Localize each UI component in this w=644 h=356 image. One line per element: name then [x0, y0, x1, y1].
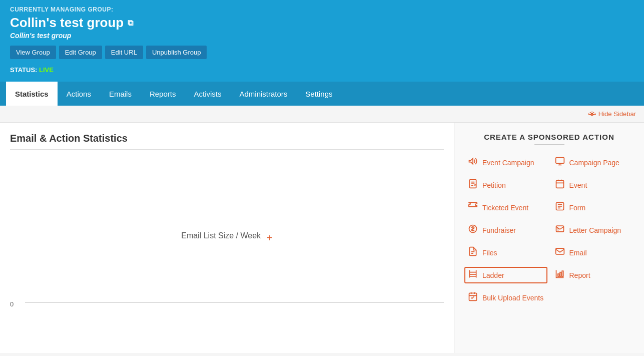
chart-baseline — [25, 302, 444, 303]
status-label: STATUS: — [10, 66, 37, 74]
group-title-text: Collin's test group — [10, 15, 124, 31]
action-event-campaign[interactable]: Event Campaign — [464, 154, 547, 171]
tab-actions[interactable]: Actions — [58, 82, 100, 106]
svg-rect-0 — [555, 158, 564, 164]
header-buttons: View Group Edit Group Edit URL Unpublish… — [10, 46, 634, 59]
sidebar-divider — [534, 144, 564, 145]
megaphone-icon — [467, 156, 478, 169]
content-panel: Email & Action Statistics Email List Siz… — [0, 123, 454, 353]
action-campaign-page[interactable]: Campaign Page — [551, 154, 634, 171]
petition-icon — [467, 179, 478, 191]
status-value: LIVE — [39, 66, 54, 74]
action-campaign-page-label: Campaign Page — [569, 159, 619, 167]
bulk-calendar-icon — [467, 291, 478, 304]
action-ticketed-event[interactable]: Ticketed Event — [464, 199, 547, 216]
tab-statistics[interactable]: Statistics — [6, 82, 58, 106]
chart-label: Email List Size / Week — [181, 231, 261, 240]
action-form[interactable]: Form — [551, 199, 634, 216]
action-bulk-upload-events[interactable]: Bulk Upload Events — [464, 289, 634, 306]
status-line: STATUS: LIVE — [10, 66, 634, 74]
dollar-icon — [467, 224, 478, 236]
view-group-button[interactable]: View Group — [10, 46, 56, 59]
chart-add-button[interactable]: + — [267, 232, 273, 244]
action-report[interactable]: Report — [551, 267, 634, 283]
managing-label: CURRENTLY MANAGING GROUP: — [10, 6, 634, 13]
action-ladder-label: Ladder — [482, 271, 504, 279]
ticket-icon — [467, 201, 478, 214]
chart-zero: 0 — [10, 300, 14, 308]
bar-chart-icon — [554, 269, 565, 281]
action-letter-campaign[interactable]: Letter Campaign — [551, 222, 634, 238]
action-ticketed-event-label: Ticketed Event — [482, 204, 528, 212]
stats-title: Email & Action Statistics — [10, 133, 444, 150]
action-petition-label: Petition — [482, 181, 506, 189]
form-icon — [554, 201, 565, 214]
action-files[interactable]: Files — [464, 244, 547, 261]
svg-rect-8 — [560, 272, 561, 276]
action-event[interactable]: Event — [551, 177, 634, 193]
group-subtitle: Collin's test group — [10, 32, 634, 40]
action-ladder[interactable]: Ladder — [464, 267, 547, 283]
tab-reports[interactable]: Reports — [141, 82, 185, 106]
action-files-label: Files — [482, 249, 497, 257]
tab-emails[interactable]: Emails — [100, 82, 141, 106]
tab-activists[interactable]: Activists — [185, 82, 230, 106]
action-event-label: Event — [569, 181, 587, 189]
chart-area: Email List Size / Week + 0 — [10, 158, 444, 318]
svg-rect-10 — [469, 293, 477, 300]
external-link-icon[interactable]: ⧉ — [128, 19, 133, 28]
email-icon — [554, 246, 565, 259]
tab-settings[interactable]: Settings — [296, 82, 341, 106]
action-petition[interactable]: Petition — [464, 177, 547, 193]
monitor-icon — [554, 156, 565, 169]
calendar-icon — [554, 179, 565, 191]
svg-rect-7 — [557, 274, 559, 276]
action-form-label: Form — [569, 204, 586, 212]
edit-url-button[interactable]: Edit URL — [105, 46, 143, 59]
header: CURRENTLY MANAGING GROUP: Collin's test … — [0, 0, 644, 82]
action-letter-campaign-label: Letter Campaign — [569, 226, 621, 234]
action-fundraiser-label: Fundraiser — [482, 226, 516, 234]
action-event-campaign-label: Event Campaign — [482, 159, 534, 167]
files-icon — [467, 246, 478, 259]
hide-sidebar-bar: 👁 Hide Sidebar — [0, 106, 644, 123]
sidebar: CREATE A SPONSORED ACTION Event Campaign… — [454, 123, 644, 353]
action-email-label: Email — [569, 249, 587, 257]
action-bulk-upload-events-label: Bulk Upload Events — [482, 294, 543, 302]
sidebar-title: CREATE A SPONSORED ACTION — [464, 133, 634, 141]
ladder-icon — [467, 269, 478, 281]
main-area: Email & Action Statistics Email List Siz… — [0, 123, 644, 353]
svg-rect-2 — [556, 180, 563, 188]
hide-sidebar-link[interactable]: 👁 Hide Sidebar — [588, 110, 636, 118]
action-report-label: Report — [569, 271, 590, 279]
svg-rect-6 — [555, 248, 564, 254]
nav-bar: Statistics Actions Emails Reports Activi… — [0, 82, 644, 106]
svg-rect-9 — [562, 271, 563, 276]
hide-sidebar-icon: 👁 — [588, 110, 596, 118]
unpublish-group-button[interactable]: Unpublish Group — [146, 46, 207, 59]
group-title-row: Collin's test group ⧉ — [10, 15, 634, 31]
action-email[interactable]: Email — [551, 244, 634, 261]
hide-sidebar-label: Hide Sidebar — [598, 110, 636, 118]
action-fundraiser[interactable]: Fundraiser — [464, 222, 547, 238]
letter-campaign-icon — [554, 224, 565, 236]
actions-grid: Event Campaign Campaign Page Petition — [464, 154, 634, 306]
tab-administrators[interactable]: Administrators — [230, 82, 296, 106]
edit-group-button[interactable]: Edit Group — [59, 46, 102, 59]
